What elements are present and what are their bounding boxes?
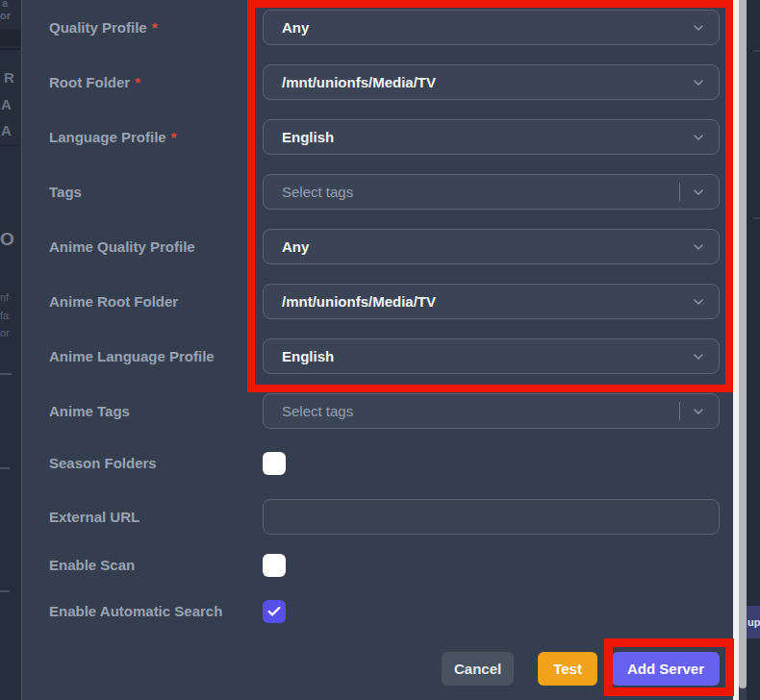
dimmed-page-right-edge: up: [747, 0, 760, 700]
dimmed-page-left-edge: a or R A A O nf fa or: [0, 0, 21, 700]
chevron-down-icon: [691, 349, 706, 364]
add-server-button[interactable]: Add Server: [612, 652, 720, 686]
bg-dash: [0, 590, 10, 592]
form-row-tags: Tags Select tags: [28, 174, 720, 210]
required-asterisk: *: [135, 74, 140, 90]
enable-automatic-search-label: Enable Automatic Search: [49, 603, 222, 619]
bg-dash: [0, 467, 10, 469]
anime-root-folder-select[interactable]: /mnt/unionfs/Media/TV: [263, 284, 720, 319]
select-divider: [679, 402, 680, 420]
chevron-down-icon: [691, 294, 706, 310]
select-value: Any: [282, 19, 309, 36]
form-row-season-folders: Season Folders: [28, 452, 720, 475]
select-value: /mnt/unionfs/Media/TV: [282, 293, 436, 310]
bg-dimmed-band: [0, 29, 21, 46]
enable-automatic-search-checkbox[interactable]: [263, 600, 286, 623]
form-row-enable-automatic-search: Enable Automatic Search: [28, 600, 720, 623]
form-row-language-profile: Language Profile* English: [28, 119, 720, 155]
language-profile-select[interactable]: English: [263, 119, 720, 155]
quality-profile-label: Quality Profile: [49, 19, 147, 36]
bg-text-fragment: or: [0, 327, 10, 338]
bg-button-fragment: up: [747, 606, 760, 638]
quality-profile-select[interactable]: Any: [263, 10, 720, 45]
anime-quality-profile-select[interactable]: Any: [263, 229, 720, 264]
anime-language-profile-label: Anime Language Profile: [49, 348, 215, 364]
bg-text-fragment: O: [0, 229, 14, 250]
select-placeholder: Select tags: [282, 184, 353, 200]
bg-text-fragment: A: [1, 96, 12, 112]
root-folder-select[interactable]: /mnt/unionfs/Media/TV: [263, 64, 720, 100]
tags-multiselect[interactable]: Select tags: [263, 174, 720, 210]
chevron-down-icon: [691, 20, 706, 36]
anime-root-folder-label: Anime Root Folder: [49, 293, 178, 310]
season-folders-label: Season Folders: [49, 455, 157, 471]
form-row-anime-root-folder: Anime Root Folder /mnt/unionfs/Media/TV: [28, 284, 720, 319]
select-value: English: [282, 129, 334, 145]
form-row-external-url: External URL: [28, 499, 720, 535]
test-button[interactable]: Test: [538, 652, 597, 686]
select-value: English: [282, 348, 334, 364]
bg-tick: [753, 50, 760, 52]
anime-language-profile-select[interactable]: English: [263, 338, 720, 374]
bg-tick: [753, 217, 760, 219]
tags-label: Tags: [49, 184, 82, 200]
form-row-enable-scan: Enable Scan: [28, 554, 720, 577]
anime-tags-multiselect[interactable]: Select tags: [263, 393, 720, 429]
bg-divider: [0, 48, 21, 50]
chevron-down-icon: [691, 239, 706, 255]
bg-text-fragment: a: [2, 0, 8, 9]
bg-text-fragment: A: [1, 122, 12, 138]
cancel-button[interactable]: Cancel: [442, 652, 514, 686]
select-divider: [679, 183, 680, 201]
scrollbar-thumb[interactable]: [739, 0, 747, 688]
form-row-anime-language-profile: Anime Language Profile English: [28, 338, 720, 374]
bg-text-fragment: or: [0, 10, 11, 21]
required-asterisk: *: [152, 19, 158, 36]
form-row-root-folder: Root Folder* /mnt/unionfs/Media/TV: [28, 64, 720, 100]
enable-scan-checkbox[interactable]: [263, 554, 286, 577]
bg-text-fragment: nf: [0, 291, 9, 303]
enable-scan-label: Enable Scan: [49, 557, 135, 573]
chevron-down-icon: [691, 75, 706, 90]
add-server-modal-panel: Quality Profile* Any Root Folder* /mnt/u…: [21, 0, 733, 700]
select-value: Any: [282, 238, 309, 255]
form-row-quality-profile: Quality Profile* Any: [28, 10, 720, 45]
bg-text-fragment: R: [4, 69, 14, 86]
chevron-down-icon: [691, 185, 706, 200]
select-value: /mnt/unionfs/Media/TV: [282, 74, 436, 90]
bg-text-fragment: fa: [0, 310, 9, 321]
modal-footer: Cancel Test Add Server: [28, 652, 720, 686]
bg-dash: [0, 373, 12, 375]
checkmark-icon: [266, 604, 282, 619]
form-row-anime-tags: Anime Tags Select tags: [28, 393, 720, 429]
root-folder-label: Root Folder: [49, 74, 130, 90]
required-asterisk: *: [171, 129, 177, 145]
anime-tags-label: Anime Tags: [49, 403, 130, 419]
chevron-down-icon: [691, 130, 706, 145]
anime-quality-profile-label: Anime Quality Profile: [49, 238, 195, 255]
chevron-down-icon: [691, 404, 706, 419]
select-placeholder: Select tags: [282, 403, 353, 419]
external-url-label: External URL: [49, 509, 139, 525]
language-profile-label: Language Profile: [49, 129, 166, 145]
external-url-input[interactable]: [263, 499, 720, 535]
bg-divider: [0, 144, 21, 146]
season-folders-checkbox[interactable]: [263, 452, 286, 475]
form-row-anime-quality-profile: Anime Quality Profile Any: [28, 229, 720, 264]
